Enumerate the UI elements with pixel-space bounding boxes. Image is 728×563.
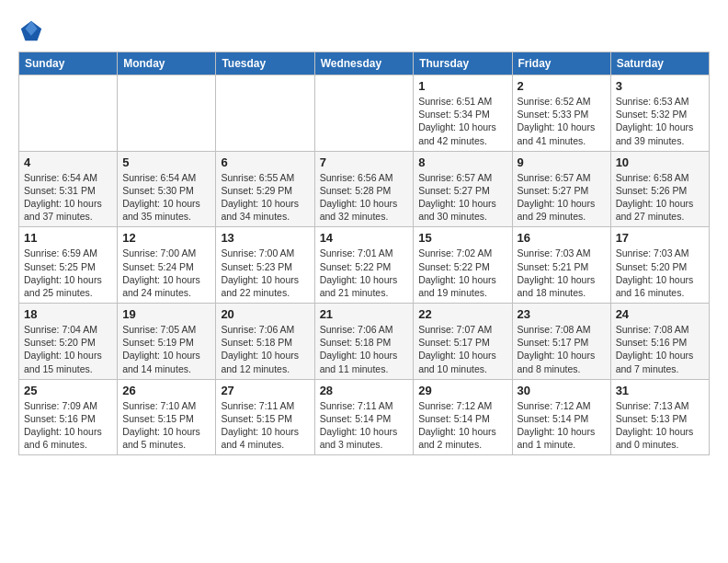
- logo-icon: [18, 18, 44, 44]
- day-number: 6: [221, 155, 309, 169]
- day-number: 20: [221, 307, 309, 321]
- calendar-cell: 25Sunrise: 7:09 AM Sunset: 5:16 PM Dayli…: [19, 379, 118, 455]
- col-header-tuesday: Tuesday: [216, 52, 314, 75]
- day-number: 4: [24, 155, 112, 169]
- calendar-cell: [216, 75, 314, 152]
- day-info: Sunrise: 7:03 AM Sunset: 5:20 PM Dayligh…: [616, 247, 704, 299]
- day-number: 29: [418, 384, 506, 397]
- day-info: Sunrise: 6:54 AM Sunset: 5:30 PM Dayligh…: [122, 171, 210, 224]
- day-number: 5: [122, 155, 210, 169]
- calendar-cell: 8Sunrise: 6:57 AM Sunset: 5:27 PM Daylig…: [414, 151, 512, 227]
- day-info: Sunrise: 7:03 AM Sunset: 5:21 PM Dayligh…: [518, 247, 606, 299]
- day-info: Sunrise: 7:12 AM Sunset: 5:14 PM Dayligh…: [518, 399, 606, 452]
- day-info: Sunrise: 7:08 AM Sunset: 5:17 PM Dayligh…: [518, 323, 606, 375]
- calendar-cell: 3Sunrise: 6:53 AM Sunset: 5:32 PM Daylig…: [610, 75, 709, 152]
- day-number: 28: [320, 384, 409, 397]
- day-number: 23: [518, 307, 606, 321]
- day-number: 21: [320, 307, 409, 321]
- calendar-cell: 27Sunrise: 7:11 AM Sunset: 5:15 PM Dayli…: [216, 379, 314, 455]
- day-number: 14: [320, 231, 409, 245]
- day-number: 27: [221, 384, 309, 397]
- calendar-cell: 10Sunrise: 6:58 AM Sunset: 5:26 PM Dayli…: [610, 151, 709, 227]
- day-number: 30: [518, 384, 606, 397]
- col-header-friday: Friday: [512, 52, 610, 75]
- calendar-header-row: SundayMondayTuesdayWednesdayThursdayFrid…: [19, 52, 710, 75]
- col-header-thursday: Thursday: [414, 52, 512, 75]
- day-info: Sunrise: 7:00 AM Sunset: 5:23 PM Dayligh…: [221, 247, 309, 299]
- calendar-week-row: 11Sunrise: 6:59 AM Sunset: 5:25 PM Dayli…: [19, 227, 710, 304]
- day-info: Sunrise: 6:55 AM Sunset: 5:29 PM Dayligh…: [221, 171, 309, 224]
- calendar-cell: 28Sunrise: 7:11 AM Sunset: 5:14 PM Dayli…: [314, 379, 414, 455]
- day-info: Sunrise: 7:12 AM Sunset: 5:14 PM Dayligh…: [418, 399, 506, 452]
- calendar-cell: 21Sunrise: 7:06 AM Sunset: 5:18 PM Dayli…: [314, 304, 414, 380]
- calendar: SundayMondayTuesdayWednesdayThursdayFrid…: [18, 52, 710, 455]
- calendar-cell: 15Sunrise: 7:02 AM Sunset: 5:22 PM Dayli…: [414, 227, 512, 304]
- col-header-wednesday: Wednesday: [314, 52, 414, 75]
- col-header-sunday: Sunday: [19, 52, 118, 75]
- day-info: Sunrise: 7:05 AM Sunset: 5:19 PM Dayligh…: [122, 323, 210, 375]
- calendar-cell: 12Sunrise: 7:00 AM Sunset: 5:24 PM Dayli…: [118, 227, 216, 304]
- calendar-cell: 30Sunrise: 7:12 AM Sunset: 5:14 PM Dayli…: [512, 379, 610, 455]
- calendar-cell: [118, 75, 216, 152]
- day-info: Sunrise: 7:13 AM Sunset: 5:13 PM Dayligh…: [616, 399, 704, 452]
- calendar-cell: 2Sunrise: 6:52 AM Sunset: 5:33 PM Daylig…: [512, 75, 610, 152]
- day-number: 16: [518, 231, 606, 245]
- day-number: 8: [418, 155, 506, 169]
- day-info: Sunrise: 7:11 AM Sunset: 5:14 PM Dayligh…: [320, 399, 409, 452]
- calendar-cell: 1Sunrise: 6:51 AM Sunset: 5:34 PM Daylig…: [414, 75, 512, 152]
- day-info: Sunrise: 6:58 AM Sunset: 5:26 PM Dayligh…: [616, 171, 704, 224]
- logo: [18, 18, 48, 44]
- day-info: Sunrise: 7:06 AM Sunset: 5:18 PM Dayligh…: [221, 323, 309, 375]
- day-info: Sunrise: 7:00 AM Sunset: 5:24 PM Dayligh…: [122, 247, 210, 299]
- day-number: 15: [418, 231, 506, 245]
- day-info: Sunrise: 6:57 AM Sunset: 5:27 PM Dayligh…: [418, 171, 506, 224]
- day-number: 18: [24, 307, 112, 321]
- day-info: Sunrise: 7:09 AM Sunset: 5:16 PM Dayligh…: [24, 399, 112, 452]
- calendar-cell: 16Sunrise: 7:03 AM Sunset: 5:21 PM Dayli…: [512, 227, 610, 304]
- day-number: 24: [616, 307, 704, 321]
- day-number: 3: [616, 79, 704, 93]
- day-number: 10: [616, 155, 704, 169]
- day-number: 25: [24, 384, 112, 397]
- day-number: 1: [418, 79, 506, 93]
- calendar-cell: 18Sunrise: 7:04 AM Sunset: 5:20 PM Dayli…: [19, 304, 118, 380]
- day-info: Sunrise: 6:54 AM Sunset: 5:31 PM Dayligh…: [24, 171, 112, 224]
- calendar-cell: 20Sunrise: 7:06 AM Sunset: 5:18 PM Dayli…: [216, 304, 314, 380]
- calendar-cell: 19Sunrise: 7:05 AM Sunset: 5:19 PM Dayli…: [118, 304, 216, 380]
- calendar-cell: 7Sunrise: 6:56 AM Sunset: 5:28 PM Daylig…: [314, 151, 414, 227]
- day-number: 2: [518, 79, 606, 93]
- day-number: 17: [616, 231, 704, 245]
- calendar-cell: 5Sunrise: 6:54 AM Sunset: 5:30 PM Daylig…: [118, 151, 216, 227]
- calendar-cell: 31Sunrise: 7:13 AM Sunset: 5:13 PM Dayli…: [610, 379, 709, 455]
- calendar-cell: 6Sunrise: 6:55 AM Sunset: 5:29 PM Daylig…: [216, 151, 314, 227]
- col-header-saturday: Saturday: [610, 52, 709, 75]
- calendar-cell: 11Sunrise: 6:59 AM Sunset: 5:25 PM Dayli…: [19, 227, 118, 304]
- calendar-week-row: 1Sunrise: 6:51 AM Sunset: 5:34 PM Daylig…: [19, 75, 710, 152]
- calendar-cell: 17Sunrise: 7:03 AM Sunset: 5:20 PM Dayli…: [610, 227, 709, 304]
- calendar-cell: [19, 75, 118, 152]
- day-number: 26: [122, 384, 210, 397]
- day-info: Sunrise: 6:57 AM Sunset: 5:27 PM Dayligh…: [518, 171, 606, 224]
- day-info: Sunrise: 7:04 AM Sunset: 5:20 PM Dayligh…: [24, 323, 112, 375]
- calendar-cell: 22Sunrise: 7:07 AM Sunset: 5:17 PM Dayli…: [414, 304, 512, 380]
- day-number: 22: [418, 307, 506, 321]
- day-number: 13: [221, 231, 309, 245]
- calendar-cell: 9Sunrise: 6:57 AM Sunset: 5:27 PM Daylig…: [512, 151, 610, 227]
- calendar-cell: 14Sunrise: 7:01 AM Sunset: 5:22 PM Dayli…: [314, 227, 414, 304]
- day-info: Sunrise: 7:01 AM Sunset: 5:22 PM Dayligh…: [320, 247, 409, 299]
- day-info: Sunrise: 6:59 AM Sunset: 5:25 PM Dayligh…: [24, 247, 112, 299]
- calendar-cell: [314, 75, 414, 152]
- day-info: Sunrise: 7:08 AM Sunset: 5:16 PM Dayligh…: [616, 323, 704, 375]
- day-info: Sunrise: 7:11 AM Sunset: 5:15 PM Dayligh…: [221, 399, 309, 452]
- day-number: 19: [122, 307, 210, 321]
- day-info: Sunrise: 6:51 AM Sunset: 5:34 PM Dayligh…: [418, 95, 506, 147]
- day-info: Sunrise: 7:10 AM Sunset: 5:15 PM Dayligh…: [122, 399, 210, 452]
- calendar-cell: 26Sunrise: 7:10 AM Sunset: 5:15 PM Dayli…: [118, 379, 216, 455]
- calendar-week-row: 18Sunrise: 7:04 AM Sunset: 5:20 PM Dayli…: [19, 304, 710, 380]
- day-info: Sunrise: 7:07 AM Sunset: 5:17 PM Dayligh…: [418, 323, 506, 375]
- day-info: Sunrise: 7:02 AM Sunset: 5:22 PM Dayligh…: [418, 247, 506, 299]
- day-info: Sunrise: 6:52 AM Sunset: 5:33 PM Dayligh…: [518, 95, 606, 147]
- day-number: 31: [616, 384, 704, 397]
- day-info: Sunrise: 6:56 AM Sunset: 5:28 PM Dayligh…: [320, 171, 409, 224]
- calendar-cell: 24Sunrise: 7:08 AM Sunset: 5:16 PM Dayli…: [610, 304, 709, 380]
